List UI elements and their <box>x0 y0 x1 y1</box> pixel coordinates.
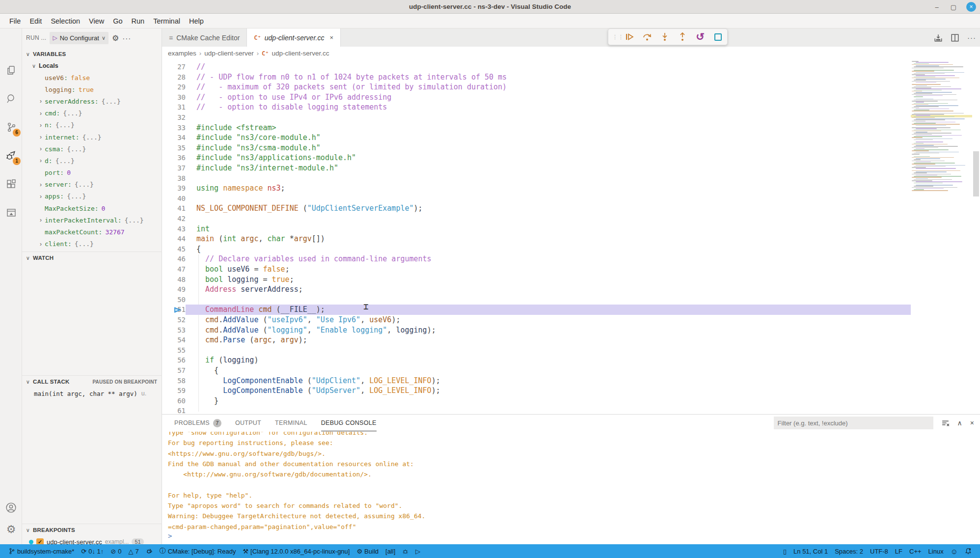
code-line[interactable]: 27// <box>162 62 911 72</box>
status-item-feedback[interactable]: ☺ <box>947 547 961 556</box>
code-line[interactable]: 51 CommandLine cmd (__FILE__); <box>162 305 911 315</box>
status-item-spaces-2[interactable]: Spaces: 2 <box>831 548 867 555</box>
step-over-button[interactable] <box>642 31 653 42</box>
sidebar-item-extensions[interactable] <box>0 173 22 195</box>
status-item-device[interactable]: ▯ <box>780 548 790 555</box>
call-stack-header[interactable]: ∨ CALL STACK PAUSED ON BREAKPOINT <box>22 376 162 388</box>
variables-header[interactable]: ∨ VARIABLES <box>22 48 162 60</box>
code-line[interactable]: 45{ <box>162 244 911 254</box>
sidebar-item-cmake[interactable] <box>0 201 22 223</box>
variable-row[interactable]: ›server:{...} <box>22 179 162 191</box>
code-line[interactable]: 56 if (logging) <box>162 355 911 365</box>
breadcrumb-item[interactable]: examples <box>168 50 196 57</box>
menu-item-edit[interactable]: Edit <box>25 15 46 27</box>
variable-row[interactable]: MaxPacketSize:0 <box>22 202 162 214</box>
panel-tab-output[interactable]: OUTPUT <box>235 415 261 431</box>
debug-console-output[interactable]: Type "show configuration" for configurat… <box>162 432 980 532</box>
panel-tab-debug-console[interactable]: DEBUG CONSOLE <box>321 415 377 431</box>
status-item-bug[interactable] <box>399 548 412 555</box>
debug-config-dropdown[interactable]: ▷ No Configurat ∨ <box>50 32 109 44</box>
status-item-0-1[interactable]: ⟳0↓ 1↑ <box>78 548 107 555</box>
status-item-buildsystem-cmake[interactable]: buildsystem-cmake* <box>5 548 78 555</box>
code-line[interactable]: 40 <box>162 194 911 204</box>
code-line[interactable]: 34#include "ns3/core-module.h" <box>162 133 911 143</box>
code-line[interactable]: 61 <box>162 406 911 414</box>
code-line[interactable]: 41NS_LOG_COMPONENT_DEFINE ("UdpClientSer… <box>162 203 911 214</box>
code-line[interactable]: 43int <box>162 224 911 234</box>
variable-row[interactable]: ›csma:{...} <box>22 143 162 155</box>
variable-row[interactable]: ›internet:{...} <box>22 131 162 143</box>
clear-console-icon[interactable] <box>941 419 950 427</box>
code-line[interactable]: 60 } <box>162 396 911 406</box>
code-line[interactable]: 52 cmd.AddValue ("useIpv6", "Use Ipv6", … <box>162 315 911 325</box>
breakpoints-header[interactable]: ∨ BREAKPOINTS <box>22 524 162 536</box>
sidebar-item-run-and-debug[interactable]: 1 <box>0 144 22 167</box>
status-item-ln-51-col-1[interactable]: Ln 51, Col 1 <box>790 548 831 555</box>
status-item-play[interactable]: ▷ <box>412 548 424 555</box>
tab-udp-client-server[interactable]: C⁺ udp-client-server.cc × <box>247 28 341 47</box>
code-line[interactable]: 57 { <box>162 365 911 376</box>
maximize-panel-icon[interactable]: ∧ <box>957 419 962 427</box>
code-line[interactable]: 58 LogComponentEnable ("UdpClient", LOG_… <box>162 376 911 386</box>
stop-button[interactable] <box>712 31 723 42</box>
drag-handle[interactable]: ⋮⋮ <box>612 35 617 39</box>
code-line[interactable]: 38 <box>162 173 911 184</box>
account-button[interactable] <box>0 498 22 517</box>
code-line[interactable]: 59 LogComponentEnable ("UdpServer", LOG_… <box>162 386 911 396</box>
code-line[interactable]: 35#include "ns3/csma-module.h" <box>162 143 911 153</box>
code-line[interactable]: 36#include "ns3/applications-module.h" <box>162 153 911 163</box>
code-line[interactable]: 42 <box>162 214 911 224</box>
code-line[interactable]: 32 <box>162 112 911 123</box>
variable-row[interactable]: ›cmd:{...} <box>22 108 162 119</box>
more-actions-icon[interactable]: ··· <box>122 34 131 42</box>
stack-frame[interactable]: main(int argc, char ** argv) u. <box>22 388 162 399</box>
close-icon[interactable]: × <box>966 2 976 12</box>
variable-row[interactable]: ›n:{...} <box>22 119 162 131</box>
settings-button[interactable]: ⚙ <box>0 520 22 539</box>
code-line[interactable]: 46 // Declare variables used in command-… <box>162 254 911 264</box>
download-icon[interactable] <box>934 33 943 42</box>
code-line[interactable]: 49 Address serverAddress; <box>162 284 911 295</box>
panel-tab-problems[interactable]: PROBLEMS7 <box>174 415 221 431</box>
tab-cmake-cache-editor[interactable]: ≡ CMake Cache Editor <box>162 28 247 47</box>
panel-tab-terminal[interactable]: TERMINAL <box>275 415 307 431</box>
status-item-lf[interactable]: LF <box>892 548 906 555</box>
maximize-icon[interactable]: ▢ <box>950 3 957 11</box>
variable-row[interactable]: ›apps:{...} <box>22 191 162 202</box>
minimize-icon[interactable]: – <box>933 3 941 11</box>
console-filter-input[interactable] <box>774 417 933 429</box>
status-item-all[interactable]: [all] <box>382 548 399 555</box>
variable-row[interactable]: ›d:{...} <box>22 155 162 167</box>
code-line[interactable]: 31// - option to disable logging stateme… <box>162 102 911 112</box>
status-item-clang-12-0-0-x86-64-pc-linux-gnu[interactable]: ⚒[Clang 12.0.0 x86_64-pc-linux-gnu] <box>239 548 353 555</box>
status-item-cmake-debug-ready[interactable]: ⓘCMake: [Debug]: Ready <box>156 547 240 556</box>
menu-item-help[interactable]: Help <box>185 15 208 27</box>
code-line[interactable]: 44main (int argc, char *argv[]) <box>162 234 911 244</box>
variable-row[interactable]: ›client:{...} <box>22 238 162 250</box>
menu-item-go[interactable]: Go <box>109 15 127 27</box>
debug-console-input[interactable]: > <box>162 532 980 543</box>
close-panel-icon[interactable]: × <box>970 419 974 427</box>
continue-button[interactable] <box>624 31 635 42</box>
status-item-debug-connect[interactable] <box>142 548 156 555</box>
menu-item-view[interactable]: View <box>84 15 109 27</box>
step-out-button[interactable] <box>677 31 688 42</box>
status-item-c[interactable]: C++ <box>906 548 925 555</box>
code-line[interactable]: 55 <box>162 345 911 356</box>
status-item-build[interactable]: ⚙Build <box>353 548 382 555</box>
code-line[interactable]: 33#include <fstream> <box>162 123 911 133</box>
close-tab-icon[interactable]: × <box>329 34 333 41</box>
code-line[interactable]: 30// - option to use IPv4 or IPv6 addres… <box>162 92 911 103</box>
sidebar-item-source-control[interactable]: 6 <box>0 116 22 138</box>
watch-header[interactable]: ∨ WATCH <box>22 252 162 264</box>
status-item-utf-8[interactable]: UTF-8 <box>867 548 892 555</box>
menu-item-file[interactable]: File <box>5 15 25 27</box>
variable-row[interactable]: ›interPacketInterval:{...} <box>22 214 162 226</box>
code-line[interactable]: 54 cmd.Parse (argc, argv); <box>162 335 911 345</box>
code-editor[interactable]: 27//28// - UDP flow from n0 to n1 of 102… <box>162 60 980 414</box>
code-line[interactable]: 48 bool logging = true; <box>162 275 911 285</box>
code-line[interactable]: 47 bool useV6 = false; <box>162 264 911 275</box>
variable-row[interactable]: logging:true <box>22 84 162 95</box>
code-line[interactable]: 39using namespace ns3; <box>162 183 911 194</box>
sidebar-item-explorer[interactable] <box>0 59 22 81</box>
